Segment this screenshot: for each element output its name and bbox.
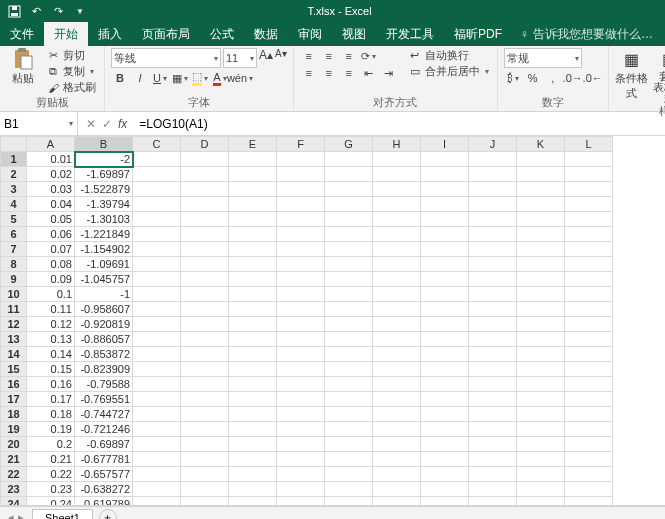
tab-view[interactable]: 视图 — [332, 22, 376, 46]
cell-G1[interactable] — [325, 152, 373, 167]
cell-I19[interactable] — [421, 422, 469, 437]
decrease-decimal-icon[interactable]: .0← — [584, 70, 602, 86]
cell-E22[interactable] — [229, 467, 277, 482]
cell-K7[interactable] — [517, 242, 565, 257]
cell-A23[interactable]: 0.23 — [27, 482, 75, 497]
cell-K9[interactable] — [517, 272, 565, 287]
cell-I5[interactable] — [421, 212, 469, 227]
align-center-icon[interactable]: ≡ — [320, 65, 338, 81]
cell-C11[interactable] — [133, 302, 181, 317]
italic-icon[interactable]: I — [131, 70, 149, 86]
cell-J14[interactable] — [469, 347, 517, 362]
cell-G19[interactable] — [325, 422, 373, 437]
cell-B23[interactable]: -0.638272 — [75, 482, 133, 497]
cell-E20[interactable] — [229, 437, 277, 452]
cell-A12[interactable]: 0.12 — [27, 317, 75, 332]
cell-K13[interactable] — [517, 332, 565, 347]
cell-E21[interactable] — [229, 452, 277, 467]
cell-D24[interactable] — [181, 497, 229, 507]
cell-F11[interactable] — [277, 302, 325, 317]
cell-B3[interactable]: -1.522879 — [75, 182, 133, 197]
cell-H11[interactable] — [373, 302, 421, 317]
cell-B18[interactable]: -0.744727 — [75, 407, 133, 422]
cell-K16[interactable] — [517, 377, 565, 392]
row-header-12[interactable]: 12 — [1, 317, 27, 332]
row-header-18[interactable]: 18 — [1, 407, 27, 422]
col-header-K[interactable]: K — [517, 137, 565, 152]
cell-A8[interactable]: 0.08 — [27, 257, 75, 272]
cell-I11[interactable] — [421, 302, 469, 317]
cell-K24[interactable] — [517, 497, 565, 507]
cell-J3[interactable] — [469, 182, 517, 197]
cell-H9[interactable] — [373, 272, 421, 287]
cell-B8[interactable]: -1.09691 — [75, 257, 133, 272]
cell-D12[interactable] — [181, 317, 229, 332]
cell-C22[interactable] — [133, 467, 181, 482]
cell-I14[interactable] — [421, 347, 469, 362]
row-header-11[interactable]: 11 — [1, 302, 27, 317]
cell-L14[interactable] — [565, 347, 613, 362]
font-size-combo[interactable]: 11▾ — [223, 48, 257, 68]
row-header-8[interactable]: 8 — [1, 257, 27, 272]
cell-D23[interactable] — [181, 482, 229, 497]
cell-E2[interactable] — [229, 167, 277, 182]
cell-G13[interactable] — [325, 332, 373, 347]
col-header-G[interactable]: G — [325, 137, 373, 152]
cell-D9[interactable] — [181, 272, 229, 287]
cell-E10[interactable] — [229, 287, 277, 302]
cell-J19[interactable] — [469, 422, 517, 437]
paste-button[interactable]: 粘贴 — [6, 48, 40, 95]
cell-C13[interactable] — [133, 332, 181, 347]
cell-B21[interactable]: -0.677781 — [75, 452, 133, 467]
col-header-I[interactable]: I — [421, 137, 469, 152]
fill-color-icon[interactable]: ⬚▾ — [191, 70, 209, 86]
cell-C2[interactable] — [133, 167, 181, 182]
name-box-input[interactable] — [4, 117, 67, 131]
cell-J10[interactable] — [469, 287, 517, 302]
cell-L23[interactable] — [565, 482, 613, 497]
cell-L2[interactable] — [565, 167, 613, 182]
merge-center-button[interactable]: ▭合并后居中▾ — [406, 64, 491, 79]
cell-I18[interactable] — [421, 407, 469, 422]
phonetic-icon[interactable]: wén▾ — [231, 70, 249, 86]
cell-L17[interactable] — [565, 392, 613, 407]
cell-B15[interactable]: -0.823909 — [75, 362, 133, 377]
cell-A14[interactable]: 0.14 — [27, 347, 75, 362]
row-header-6[interactable]: 6 — [1, 227, 27, 242]
cell-D11[interactable] — [181, 302, 229, 317]
cell-C15[interactable] — [133, 362, 181, 377]
cell-D7[interactable] — [181, 242, 229, 257]
tab-formulas[interactable]: 公式 — [200, 22, 244, 46]
col-header-L[interactable]: L — [565, 137, 613, 152]
conditional-format-button[interactable]: ▦ 条件格式 — [615, 48, 649, 104]
accounting-icon[interactable]: ₿▾ — [504, 70, 522, 86]
cell-B11[interactable]: -0.958607 — [75, 302, 133, 317]
cell-F6[interactable] — [277, 227, 325, 242]
cell-H3[interactable] — [373, 182, 421, 197]
cancel-icon[interactable]: ✕ — [86, 117, 96, 131]
cell-C23[interactable] — [133, 482, 181, 497]
cell-H13[interactable] — [373, 332, 421, 347]
fx-icon[interactable]: fx — [118, 117, 127, 131]
cell-A21[interactable]: 0.21 — [27, 452, 75, 467]
cell-K15[interactable] — [517, 362, 565, 377]
formula-bar[interactable]: =LOG10(A1) — [135, 112, 665, 135]
cell-J15[interactable] — [469, 362, 517, 377]
cell-B20[interactable]: -0.69897 — [75, 437, 133, 452]
cell-I21[interactable] — [421, 452, 469, 467]
cell-C17[interactable] — [133, 392, 181, 407]
row-header-23[interactable]: 23 — [1, 482, 27, 497]
cell-J7[interactable] — [469, 242, 517, 257]
cell-H19[interactable] — [373, 422, 421, 437]
tab-developer[interactable]: 开发工具 — [376, 22, 444, 46]
col-header-C[interactable]: C — [133, 137, 181, 152]
format-as-table-button[interactable]: ▦ 套用 表格格式 — [653, 48, 665, 104]
enter-icon[interactable]: ✓ — [102, 117, 112, 131]
cell-K20[interactable] — [517, 437, 565, 452]
cell-D16[interactable] — [181, 377, 229, 392]
align-top-icon[interactable]: ≡ — [300, 48, 318, 64]
cell-L24[interactable] — [565, 497, 613, 507]
row-header-3[interactable]: 3 — [1, 182, 27, 197]
cell-A13[interactable]: 0.13 — [27, 332, 75, 347]
cell-B17[interactable]: -0.769551 — [75, 392, 133, 407]
